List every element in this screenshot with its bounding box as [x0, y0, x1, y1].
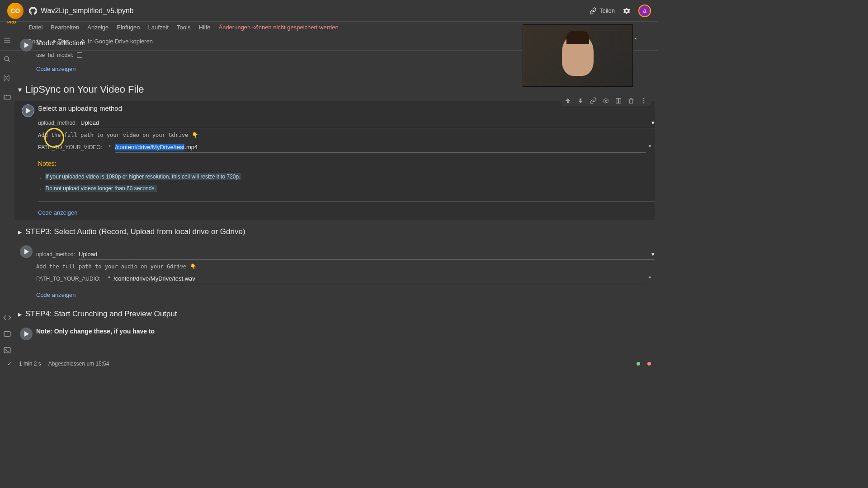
share-button[interactable]: Teilen — [590, 7, 615, 14]
run-button[interactable] — [20, 245, 33, 258]
link-icon — [590, 7, 597, 14]
path-audio-input[interactable]: /content/drive/MyDrive/test.wav — [113, 273, 645, 284]
svg-point-3 — [605, 100, 607, 102]
use-hd-model-label: use_hd_model: — [36, 52, 73, 58]
mirror-icon[interactable] — [615, 97, 622, 104]
quote-open: " — [104, 275, 113, 282]
section-title: LipSync on Your Video File — [25, 84, 144, 95]
status-check-icon: ✓ — [7, 361, 12, 367]
upload-method-select[interactable]: Upload ▾ — [79, 249, 655, 260]
pro-badge: PRO — [7, 20, 16, 24]
chevron-down-icon: ▾ — [651, 251, 655, 258]
cell-upload-audio: upload_method: Upload ▾ Add the full pat… — [14, 242, 655, 302]
colab-logo: PRO — [7, 3, 24, 19]
show-code-link[interactable]: Code anzeigen — [36, 291, 75, 298]
menu-edit[interactable]: Bearbeiten — [47, 23, 83, 32]
statusbar: ✓ 1 min 2 s Abgeschlossen um 15:54 — [0, 358, 658, 369]
settings-icon[interactable] — [622, 6, 631, 15]
quote-close: " — [646, 275, 655, 282]
path-video-label: PATH_TO_YOUR_VIDEO: — [38, 144, 102, 150]
svg-rect-1 — [4, 332, 10, 337]
toc-icon[interactable] — [3, 36, 11, 44]
webcam-overlay — [523, 24, 633, 87]
show-code-link[interactable]: Code anzeigen — [36, 66, 75, 72]
path-audio-label: PATH_TO_YOUR_AUDIO: — [36, 276, 101, 282]
svg-rect-2 — [4, 347, 10, 353]
move-down-icon[interactable] — [577, 97, 584, 104]
cell-toolbar — [561, 95, 651, 106]
search-icon[interactable] — [3, 55, 11, 63]
code-snippets-icon[interactable] — [3, 314, 11, 322]
menu-file[interactable]: Datei — [25, 23, 46, 32]
webcam-face — [562, 35, 594, 76]
cell-step4: Note: Only change these, if you have to — [14, 324, 655, 344]
upload-method-label: upload_method: — [36, 251, 75, 258]
svg-rect-4 — [616, 99, 618, 103]
more-icon[interactable] — [640, 97, 647, 104]
status-completed: Abgeschlossen um 15:54 — [48, 361, 109, 367]
notebook-title[interactable]: Wav2Lip_simplified_v5.ipynb — [41, 7, 134, 15]
delete-icon[interactable] — [627, 97, 635, 104]
cell-upload-video: Select an uploading method upload_method… — [14, 101, 655, 220]
section-caret-icon[interactable]: ▸ — [18, 228, 22, 236]
header: PRO Wav2Lip_simplified_v5.ipynb Teilen a — [0, 0, 658, 22]
quote-open: " — [106, 144, 115, 151]
command-palette-icon[interactable] — [3, 330, 11, 338]
move-up-icon[interactable] — [564, 97, 571, 104]
menu-runtime[interactable]: Laufzeit — [145, 23, 173, 32]
menu-help[interactable]: Hilfe — [195, 23, 214, 32]
notes-header: Notes: — [38, 160, 655, 167]
variables-icon[interactable]: {x} — [3, 74, 11, 82]
upload-method-select[interactable]: Upload ▾ — [80, 117, 655, 128]
svg-point-6 — [643, 98, 645, 99]
github-icon — [29, 7, 37, 15]
upload-method-label: upload_method: — [38, 120, 77, 126]
divider — [38, 202, 655, 202]
path-note: Add the full path to your video on your … — [38, 132, 655, 138]
chevron-down-icon: ▾ — [651, 119, 655, 126]
link-icon[interactable] — [590, 97, 597, 104]
svg-rect-5 — [619, 99, 621, 103]
run-button[interactable] — [22, 104, 34, 117]
section-title: STEP3: Select Audio (Record, Upload from… — [25, 227, 245, 236]
show-code-link[interactable]: Code anzeigen — [38, 209, 77, 216]
svg-point-7 — [643, 100, 645, 102]
section-title: STEP4: Start Crunching and Preview Outpu… — [25, 310, 177, 319]
run-button[interactable] — [20, 39, 33, 52]
save-warning[interactable]: Änderungen können nicht gespeichert werd… — [215, 23, 342, 32]
menu-insert[interactable]: Einfügen — [113, 23, 143, 32]
status-disk-icon — [647, 362, 651, 366]
settings-icon[interactable] — [602, 97, 609, 104]
menu-view[interactable]: Anzeige — [84, 23, 112, 32]
menu-tools[interactable]: Tools — [173, 23, 194, 32]
section-step4: ▸ STEP4: Start Crunching and Preview Out… — [14, 304, 655, 324]
use-hd-model-checkbox[interactable] — [77, 52, 82, 58]
note-line-1: . If your uploaded video is 1080p or hig… — [38, 173, 243, 181]
path-note: Add the full path to your audio on your … — [36, 263, 655, 270]
run-button[interactable] — [20, 328, 33, 340]
user-avatar[interactable]: a — [638, 5, 651, 17]
section-caret-icon[interactable]: ▸ — [18, 310, 22, 319]
svg-point-8 — [643, 102, 645, 103]
svg-point-0 — [5, 56, 9, 61]
note-line-2: . Do not upload videos longer than 60 se… — [38, 184, 159, 192]
quote-close: " — [646, 144, 655, 151]
left-rail: {x} — [0, 33, 14, 358]
section-caret-icon[interactable]: ▾ — [18, 85, 22, 94]
section-step3: ▸ STEP3: Select Audio (Record, Upload fr… — [14, 222, 655, 242]
status-duration: 1 min 2 s — [19, 361, 41, 367]
files-icon[interactable] — [3, 93, 11, 101]
path-video-input[interactable]: /content/drive/MyDrive/test.mp4 — [115, 142, 645, 153]
terminal-icon[interactable] — [3, 346, 11, 354]
status-connected-icon — [637, 362, 640, 366]
step4-note: Note: Only change these, if you have to — [36, 328, 655, 335]
